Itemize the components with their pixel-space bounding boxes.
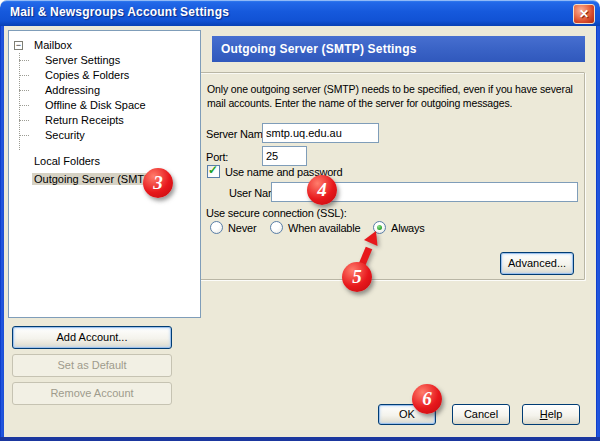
- step-5-badge: 5: [342, 262, 372, 292]
- tree-item-mailbox[interactable]: − Mailbox: [9, 38, 200, 53]
- smtp-description-line2: mail accounts. Enter the name of the ser…: [207, 97, 512, 110]
- ssl-never-label[interactable]: Never: [228, 222, 256, 234]
- window-border-bottom: [0, 437, 600, 441]
- tree-item-offline-disk-space[interactable]: Offline & Disk Space: [9, 98, 200, 113]
- account-tree: − Mailbox Server Settings Copies & Folde…: [8, 30, 201, 318]
- port-label: Port:: [206, 151, 228, 163]
- tree-item-security[interactable]: Security: [9, 128, 200, 143]
- close-icon[interactable]: ✕: [573, 4, 595, 24]
- panel-title: Outgoing Server (SMTP) Settings: [212, 36, 585, 62]
- remove-account-button: Remove Account: [12, 382, 172, 405]
- tree-item-server-settings[interactable]: Server Settings: [9, 53, 200, 68]
- advanced-button[interactable]: Advanced...: [500, 252, 574, 275]
- step-4-badge: 4: [307, 175, 337, 205]
- tree-item-copies-folders[interactable]: Copies & Folders: [9, 68, 200, 83]
- tree-item-return-receipts[interactable]: Return Receipts: [9, 113, 200, 128]
- tree-connector: [19, 75, 29, 76]
- server-name-input[interactable]: [262, 123, 379, 143]
- window-title: Mail & Newsgroups Account Settings: [10, 5, 229, 19]
- ssl-never-radio[interactable]: [210, 221, 223, 234]
- ssl-always-label[interactable]: Always: [391, 222, 425, 234]
- ssl-label: Use secure connection (SSL):: [206, 207, 347, 219]
- tree-item-local-folders[interactable]: Local Folders: [9, 154, 200, 169]
- account-settings-dialog: Mail & Newsgroups Account Settings ✕ − M…: [0, 0, 600, 441]
- tree-connector: [19, 90, 29, 91]
- add-account-button[interactable]: Add Account...: [12, 326, 172, 349]
- tree-item-addressing[interactable]: Addressing: [9, 83, 200, 98]
- tree-connector: [19, 60, 29, 61]
- ssl-when-available-radio[interactable]: [270, 221, 283, 234]
- set-as-default-button: Set as Default: [12, 354, 172, 377]
- checkmark-icon: ✓: [208, 163, 218, 177]
- port-input[interactable]: [262, 146, 307, 166]
- collapse-icon[interactable]: −: [14, 41, 23, 50]
- cancel-button[interactable]: Cancel: [452, 404, 510, 425]
- step-3-badge: 3: [143, 168, 173, 198]
- use-name-password-checkbox[interactable]: ✓: [207, 165, 220, 178]
- help-button[interactable]: Help: [522, 404, 580, 425]
- tree-connector: [19, 120, 29, 121]
- title-bar[interactable]: Mail & Newsgroups Account Settings ✕: [0, 0, 600, 26]
- tree-connector: [19, 105, 29, 106]
- tree-connector: [19, 135, 29, 136]
- window-border-right: [596, 26, 600, 441]
- step-6-badge: 6: [412, 384, 442, 414]
- window-border-left: [0, 26, 4, 441]
- smtp-description-line1: Only one outgoing server (SMTP) needs to…: [207, 83, 573, 96]
